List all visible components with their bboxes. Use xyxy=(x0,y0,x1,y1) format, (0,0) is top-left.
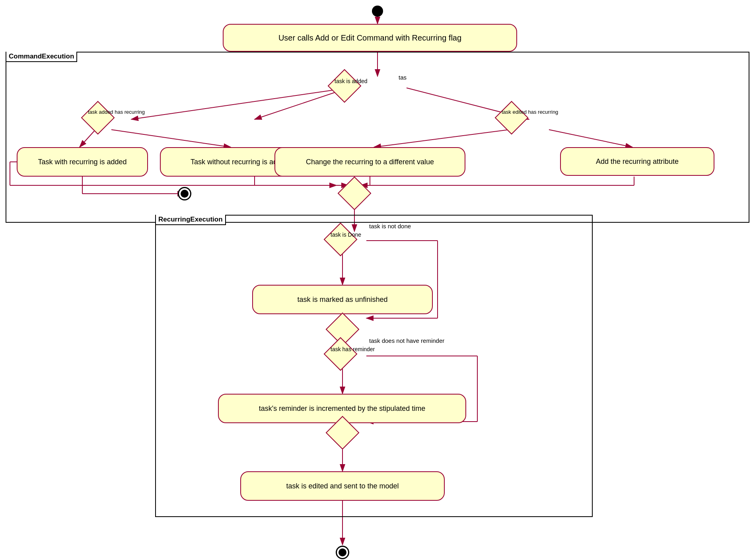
frame-command-execution-label: CommandExecution xyxy=(6,52,77,62)
end-circle-bottom-inner xyxy=(339,548,346,556)
label-no-reminder: task does not have reminder xyxy=(369,337,444,344)
node-task-with-recurring: Task with recurring is added xyxy=(17,147,148,177)
frame-recurring-execution-label: RecurringExecution xyxy=(156,215,226,225)
node-user-calls: User calls Add or Edit Command with Recu… xyxy=(223,24,517,52)
end-circle-command xyxy=(178,187,191,200)
node-change-recurring: Change the recurring to a different valu… xyxy=(274,147,465,177)
diagram-container: CommandExecution RecurringExecution User… xyxy=(0,0,755,560)
label-task-not-done: task is not done xyxy=(369,223,411,229)
frame-command-execution: CommandExecution xyxy=(6,52,749,223)
label-tas: tas xyxy=(399,74,407,81)
node-task-marked-unfinished: task is marked as unfinished xyxy=(252,285,433,314)
start-circle xyxy=(372,6,383,17)
end-circle-bottom xyxy=(336,546,349,559)
end-circle-command-inner xyxy=(181,190,189,198)
node-add-recurring: Add the recurring attribute xyxy=(560,147,714,176)
node-task-edited-sent: task is edited and sent to the model xyxy=(240,471,445,501)
